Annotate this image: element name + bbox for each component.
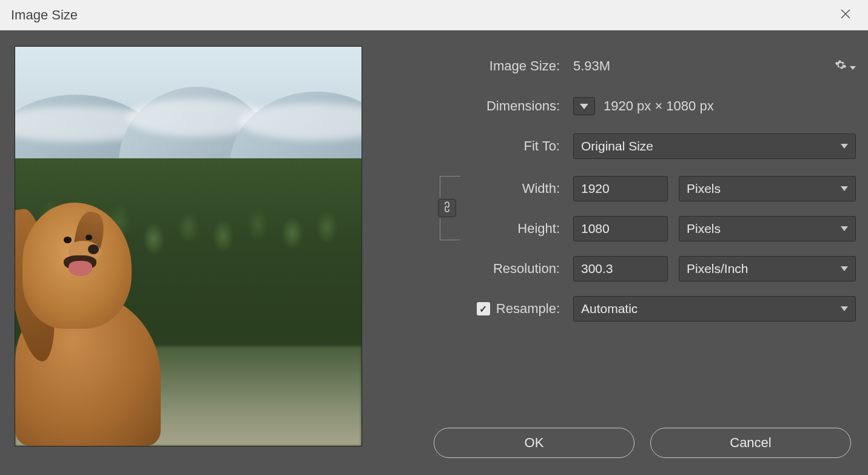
resample-checkbox[interactable]: ✓ xyxy=(477,302,490,315)
height-unit-select[interactable]: Pixels xyxy=(679,216,856,241)
dialog-title: Image Size xyxy=(11,7,78,23)
resample-label: Resample: xyxy=(496,301,560,317)
dimensions-unit-toggle[interactable] xyxy=(573,97,595,115)
resolution-unit-select[interactable]: Pixels/Inch xyxy=(679,256,856,281)
image-preview xyxy=(15,46,362,446)
dimensions-label: Dimensions: xyxy=(415,98,573,114)
resolution-unit-value: Pixels/Inch xyxy=(687,261,749,276)
resample-select[interactable]: Automatic xyxy=(573,296,856,322)
width-label: Width: xyxy=(415,181,573,197)
chevron-down-icon xyxy=(841,226,848,231)
ok-button[interactable]: OK xyxy=(434,428,634,458)
chevron-down-icon xyxy=(841,266,848,271)
fit-to-select[interactable]: Original Size xyxy=(573,133,856,159)
titlebar: Image Size xyxy=(0,0,868,30)
width-input[interactable] xyxy=(581,181,660,196)
cancel-button[interactable]: Cancel xyxy=(650,428,851,458)
chevron-down-icon xyxy=(841,144,848,149)
resolution-input[interactable] xyxy=(581,261,660,276)
link-icon xyxy=(443,201,451,215)
image-size-value: 5.93M xyxy=(573,58,610,74)
height-unit-value: Pixels xyxy=(687,221,721,236)
width-unit-value: Pixels xyxy=(687,181,721,196)
chevron-down-icon xyxy=(841,186,848,191)
height-input-wrapper xyxy=(573,216,668,241)
chevron-down-icon xyxy=(850,66,856,70)
image-size-label: Image Size: xyxy=(415,58,573,74)
height-label: Height: xyxy=(415,221,573,237)
height-input[interactable] xyxy=(581,221,660,236)
ok-button-label: OK xyxy=(525,435,544,451)
gear-icon xyxy=(835,59,847,74)
resolution-input-wrapper xyxy=(573,256,668,281)
resolution-label: Resolution: xyxy=(415,261,573,277)
cancel-button-label: Cancel xyxy=(730,435,771,451)
width-input-wrapper xyxy=(573,176,668,201)
resample-value: Automatic xyxy=(581,302,638,316)
check-icon: ✓ xyxy=(479,303,487,315)
close-button[interactable] xyxy=(834,4,857,27)
constrain-proportions-button[interactable] xyxy=(438,199,456,217)
dimensions-value: 1920 px × 1080 px xyxy=(604,98,714,114)
width-unit-select[interactable]: Pixels xyxy=(679,176,856,201)
close-icon xyxy=(840,8,851,19)
settings-menu-button[interactable] xyxy=(835,59,856,74)
chevron-down-icon xyxy=(841,306,848,311)
settings-panel: Image Size: 5.93M Dimensions: 1920 px × … xyxy=(386,46,856,463)
fit-to-label: Fit To: xyxy=(415,138,573,154)
fit-to-value: Original Size xyxy=(581,139,653,153)
chevron-down-icon xyxy=(580,104,588,109)
